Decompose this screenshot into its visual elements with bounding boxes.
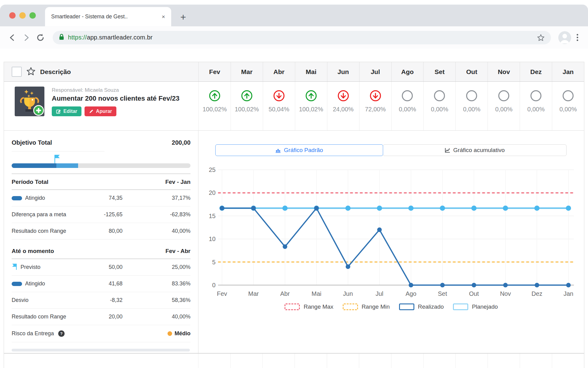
horizontal-scrollbar[interactable]: [12, 349, 190, 351]
legend-label: Planejado: [472, 303, 498, 310]
section-header-1: Período TotalFev - Jan: [12, 174, 190, 190]
summary-row-percent: 40,00%: [123, 228, 190, 234]
svg-text:Dez: Dez: [532, 290, 542, 297]
tab-close-icon[interactable]: ×: [162, 13, 165, 20]
chart-panel: Gráfico Padrão Gráfico acumulativo 05101…: [198, 131, 584, 353]
month-result-percent: 100,02%: [299, 106, 323, 113]
url-text: https://app.smartleader.com.br: [68, 34, 153, 41]
profile-avatar[interactable]: [558, 31, 571, 44]
status-empty-icon: [466, 90, 478, 103]
svg-text:Set: Set: [438, 290, 447, 297]
month-header-abr[interactable]: Abr: [263, 62, 295, 81]
legend-item-planejado: Planejado: [453, 303, 498, 310]
month-header-out[interactable]: Out: [455, 62, 488, 81]
legend-item-range-min: Range Min: [343, 303, 390, 310]
tab-grafico-acumulativo[interactable]: Gráfico acumulativo: [383, 144, 567, 156]
summary-row: Resultado com Range20,0040,00%: [12, 309, 190, 325]
summary-row-label: Resultado com Range: [12, 314, 80, 320]
month-header-ago[interactable]: Ago: [391, 62, 424, 81]
summary-row: Atingido74,3537,17%: [12, 190, 190, 206]
next-row-cell: [262, 354, 295, 368]
legend-label: Realizado: [418, 303, 444, 310]
status-empty-icon: [401, 90, 413, 103]
help-question-icon[interactable]: ?: [58, 330, 65, 337]
url-bar[interactable]: https://app.smartleader.com.br: [53, 31, 551, 44]
close-window-button[interactable]: [9, 12, 16, 19]
month-result-percent: 50,04%: [269, 106, 289, 113]
svg-text:Ago: Ago: [405, 290, 417, 297]
month-result-percent: 24,00%: [333, 106, 354, 113]
bookmark-star-icon[interactable]: [537, 34, 545, 42]
minimize-window-button[interactable]: [19, 12, 26, 19]
summary-row-percent: -62,83%: [123, 211, 190, 218]
summary-row: Diferença para a meta-125,65-62,83%: [12, 206, 190, 223]
legend-label: Range Min: [362, 303, 390, 310]
tab-grafico-padrao[interactable]: Gráfico Padrão: [215, 144, 383, 156]
month-header-jul[interactable]: Jul: [359, 62, 391, 81]
month-header-nov[interactable]: Nov: [488, 62, 520, 81]
browser-tab[interactable]: Smartleader - Sistema de Gest.. ×: [45, 7, 171, 26]
select-all-checkbox[interactable]: [12, 67, 22, 77]
summary-row: Previsto50,0025,00%: [12, 259, 190, 276]
legend-swatch: [399, 303, 414, 310]
edit-button[interactable]: Editar: [52, 106, 81, 116]
reload-button[interactable]: [35, 32, 46, 43]
month-header-jun[interactable]: Jun: [327, 62, 359, 81]
status-empty-icon: [562, 90, 574, 103]
month-header-set[interactable]: Set: [423, 62, 455, 81]
status-empty-icon: [498, 90, 510, 103]
summary-row-value: 50,00: [80, 264, 123, 270]
svg-text:Out: Out: [469, 290, 479, 297]
line-chart-icon: [445, 148, 450, 153]
risk-row: Risco da Entrega ? Médio: [12, 325, 190, 342]
apurar-pencil-icon: [89, 109, 93, 114]
section-title: Período Total: [12, 179, 48, 185]
summary-row-value: -125,65: [80, 211, 123, 218]
edit-pencil-square-icon: [56, 109, 61, 114]
svg-text:Jan: Jan: [564, 290, 573, 297]
favorite-star-icon[interactable]: [26, 67, 36, 77]
month-header-jan[interactable]: Jan: [552, 62, 584, 81]
month-result-percent: 0,00%: [495, 106, 513, 113]
summary-row-label: Diferença para a meta: [12, 211, 80, 218]
month-result-cells: 100,02%100,02%50,04%100,02%24,00%72,00%0…: [198, 82, 584, 130]
browser-menu-icon[interactable]: [577, 34, 578, 41]
forward-button[interactable]: [21, 32, 32, 43]
month-result-out: 0,00%: [455, 82, 488, 130]
next-row-cell: [295, 354, 327, 368]
svg-text:Mar: Mar: [248, 290, 259, 297]
browser-navbar: https://app.smartleader.com.br: [0, 26, 588, 49]
month-result-dez: 0,00%: [520, 82, 552, 130]
svg-text:Jul: Jul: [375, 290, 383, 297]
next-row-cell: [230, 354, 262, 368]
svg-text:25: 25: [209, 166, 216, 173]
back-button[interactable]: [7, 32, 18, 43]
month-header-columns: FevMarAbrMaiJunJulAgoSetOutNovDezJan: [198, 62, 584, 81]
progress-zone: [12, 154, 190, 168]
month-header-mar[interactable]: Mar: [231, 62, 263, 81]
status-up-icon: [305, 90, 317, 103]
new-tab-button[interactable]: +: [177, 10, 189, 24]
summary-row-percent: 25,00%: [123, 264, 190, 270]
next-goal-row-stub: [4, 353, 584, 368]
page-content: Descrição FevMarAbrMaiJunJulAgoSetOutNov…: [0, 49, 588, 368]
progress-over-segment: [56, 163, 78, 168]
chart-legend: Range MaxRange MinRealizadoPlanejado: [198, 303, 584, 310]
maximize-window-button[interactable]: [29, 12, 36, 19]
window-controls[interactable]: [9, 5, 36, 26]
month-header-dez[interactable]: Dez: [520, 62, 552, 81]
trophy-goal-thumbnail[interactable]: [15, 87, 44, 130]
month-result-percent: 0,00%: [463, 106, 481, 113]
goal-detail-panel: Objetivo Total 200,00 Perí: [4, 130, 584, 353]
month-header-fev[interactable]: Fev: [198, 62, 231, 81]
next-row-cell: [455, 354, 488, 368]
apurar-button[interactable]: Apurar: [85, 106, 116, 116]
month-header-mai[interactable]: Mai: [295, 62, 327, 81]
url-host: app.smartleader.com.br: [87, 34, 153, 41]
next-row-cell: [359, 354, 391, 368]
status-down-icon: [369, 90, 382, 103]
next-row-cell: [198, 354, 230, 368]
summary-panel: Objetivo Total 200,00 Perí: [4, 131, 198, 353]
legend-swatch: [343, 303, 358, 310]
next-row-cell: [552, 354, 584, 368]
